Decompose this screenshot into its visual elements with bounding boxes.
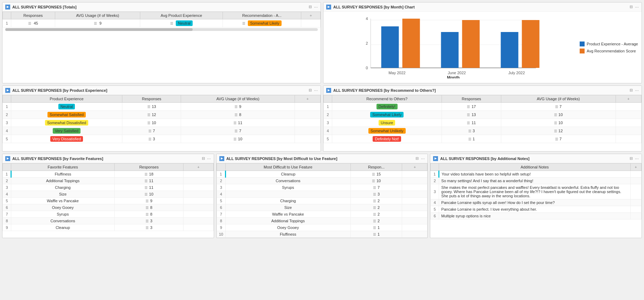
fav-filter-btn[interactable]: ☰ xyxy=(144,172,148,176)
pe-row-label: Neutral xyxy=(11,103,122,111)
notes-col-label: Additional Notes xyxy=(439,164,630,171)
pe-col-add[interactable]: + xyxy=(295,95,321,103)
pe-col-num xyxy=(3,95,11,103)
recommend-more-icon[interactable]: ··· xyxy=(635,88,639,93)
pe-row-avg: ☰7 xyxy=(181,127,295,135)
pe-row-label: Somewhat Satisfied xyxy=(11,111,122,119)
rec-avg-filter-btn[interactable]: ☰ xyxy=(554,121,557,125)
fav-filter-btn[interactable]: ☰ xyxy=(146,226,149,230)
diff-row-responses: ☰1 xyxy=(350,231,402,238)
diff-filter-btn[interactable]: ☰ xyxy=(373,186,376,190)
rec-avg-filter-btn[interactable]: ☰ xyxy=(555,137,558,141)
totals-product-filter-btn[interactable]: ☰ xyxy=(170,21,173,25)
diff-col-add[interactable]: + xyxy=(402,164,427,171)
diff-row-responses: ☰2 xyxy=(350,204,402,211)
notes-filter-icon[interactable]: ⊟ xyxy=(630,156,633,161)
notes-col-add[interactable]: + xyxy=(630,164,641,171)
rec-avg-filter-btn[interactable]: ☰ xyxy=(554,113,557,117)
notes-row-num: 6 xyxy=(431,213,439,219)
pe-filter-btn[interactable]: ☰ xyxy=(148,129,152,133)
totals-filter-icon[interactable]: ⊟ xyxy=(309,5,312,9)
pe-filter-btn[interactable]: ☰ xyxy=(148,137,152,141)
rec-filter-btn[interactable]: ☰ xyxy=(467,121,470,125)
pe-row-responses: ☰10 xyxy=(122,119,181,127)
pe-row-responses: ☰7 xyxy=(122,127,181,135)
difficult-title: ALL SURVEY RESPONSES [by Most Difficult … xyxy=(226,157,416,161)
fav-filter-btn[interactable]: ☰ xyxy=(144,186,148,190)
fav-filter-btn[interactable]: ☰ xyxy=(146,206,149,210)
rec-filter-btn[interactable]: ☰ xyxy=(467,105,470,109)
fav-col-add[interactable]: + xyxy=(183,164,214,171)
fav-filter-btn[interactable]: ☰ xyxy=(146,212,149,216)
pe-filter-btn[interactable]: ☰ xyxy=(147,105,150,109)
notes-more-icon[interactable]: ··· xyxy=(635,156,639,161)
pe-avg-filter-btn[interactable]: ☰ xyxy=(234,113,238,117)
chart-panel: ▶ ALL SURVEY RESPONSES [by Month] Chart … xyxy=(323,2,642,83)
pe-avg-filter-btn[interactable]: ☰ xyxy=(233,137,237,141)
diff-row-label: Cleanup xyxy=(225,171,350,178)
table-row: 2 So many settings! And I say that as a … xyxy=(431,178,642,184)
notes-row-empty xyxy=(630,213,641,219)
diff-filter-btn[interactable]: ☰ xyxy=(373,206,376,210)
diff-filter-btn[interactable]: ☰ xyxy=(372,172,375,176)
diff-filter-btn[interactable]: ☰ xyxy=(373,212,376,216)
product-exp-more-icon[interactable]: ··· xyxy=(314,88,318,93)
totals-filter-btn[interactable]: ☰ xyxy=(28,21,31,25)
chart-filter-icon[interactable]: ⊟ xyxy=(630,5,633,9)
diff-row-label: Charging xyxy=(225,198,350,204)
totals-panel-actions: ⊟ ··· xyxy=(309,4,318,9)
rec-filter-btn[interactable]: ☰ xyxy=(468,137,471,141)
pe-avg-filter-btn[interactable]: ☰ xyxy=(234,129,238,133)
difficult-more-icon[interactable]: ··· xyxy=(421,156,425,161)
favorite-more-icon[interactable]: ··· xyxy=(207,156,211,161)
totals-avg-filter-btn[interactable]: ☰ xyxy=(94,21,97,25)
favorite-filter-icon[interactable]: ⊟ xyxy=(202,156,205,161)
fav-filter-btn[interactable]: ☰ xyxy=(146,219,149,223)
fav-row-num: 4 xyxy=(3,191,11,198)
difficult-table-container: Most Difficult to Use Feature Respon... … xyxy=(217,163,428,238)
diff-filter-btn[interactable]: ☰ xyxy=(373,232,376,236)
pe-tag: Somewhat Dissatisfied xyxy=(45,120,88,126)
difficult-icon: ▶ xyxy=(219,156,224,161)
rec-avg-filter-btn[interactable]: ☰ xyxy=(554,129,557,133)
chart-content: 4 2 0 xyxy=(327,15,576,79)
pe-avg-filter-btn[interactable]: ☰ xyxy=(233,121,237,125)
diff-filter-btn[interactable]: ☰ xyxy=(373,226,376,230)
notes-col-num xyxy=(431,164,439,171)
rec-filter-btn[interactable]: ☰ xyxy=(468,129,471,133)
difficult-filter-icon[interactable]: ⊟ xyxy=(416,156,419,161)
diff-filter-btn[interactable]: ☰ xyxy=(373,219,376,223)
diff-filter-btn[interactable]: ☰ xyxy=(372,179,375,183)
svg-text:July 2022: July 2022 xyxy=(508,71,525,75)
rec-avg-filter-btn[interactable]: ☰ xyxy=(555,105,558,109)
totals-row-avg-usage: ☰ 9 xyxy=(55,19,140,27)
diff-filter-btn[interactable]: ☰ xyxy=(373,192,376,196)
totals-rec-filter-btn[interactable]: ☰ xyxy=(242,21,245,25)
bar-may-recommendation xyxy=(402,19,420,68)
rec-col-add[interactable]: + xyxy=(616,95,641,103)
diff-row-responses: ☰15 xyxy=(350,171,402,178)
chart-more-icon[interactable]: ··· xyxy=(635,4,639,9)
totals-scrollbar[interactable] xyxy=(5,28,318,31)
rec-col-responses: Responses xyxy=(442,95,501,103)
recommend-filter-icon[interactable]: ⊟ xyxy=(630,88,633,92)
fav-filter-btn[interactable]: ☰ xyxy=(146,199,149,203)
recommend-header: ▶ ALL SURVEY RESPONSES [by Recommend to … xyxy=(323,86,642,95)
product-exp-title: ALL SURVEY RESPONSES [by Product Experie… xyxy=(12,88,309,92)
diff-filter-btn[interactable]: ☰ xyxy=(373,199,376,203)
fav-filter-btn[interactable]: ☰ xyxy=(144,179,148,183)
totals-more-icon[interactable]: ··· xyxy=(314,4,318,9)
pe-avg-filter-btn[interactable]: ☰ xyxy=(234,105,238,109)
fav-filter-btn[interactable]: ☰ xyxy=(144,192,148,196)
legend-label-product: Product Experience - Average xyxy=(587,42,638,46)
diff-col-responses: Respon... xyxy=(350,164,402,171)
pe-filter-btn[interactable]: ☰ xyxy=(147,121,150,125)
pe-filter-btn[interactable]: ☰ xyxy=(147,113,150,117)
diff-row-label: Additional Toppings xyxy=(225,218,350,224)
rec-row-avg: ☰12 xyxy=(501,127,616,135)
pe-tag: Neutral xyxy=(58,104,75,109)
rec-filter-btn[interactable]: ☰ xyxy=(467,113,470,117)
product-exp-panel: ▶ ALL SURVEY RESPONSES [by Product Exper… xyxy=(2,85,321,152)
totals-col-add[interactable]: + xyxy=(301,12,321,19)
product-exp-filter-icon[interactable]: ⊟ xyxy=(309,88,312,92)
